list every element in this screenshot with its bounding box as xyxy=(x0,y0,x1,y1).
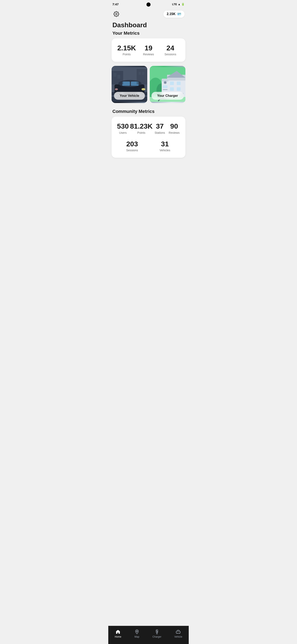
page-title: Dashboard xyxy=(108,20,189,30)
community-stations-value: 37 xyxy=(153,122,167,130)
your-metrics-grid: 2.15K Points 19 Reviews 24 Sessions xyxy=(116,44,181,56)
community-points-label: Points xyxy=(130,131,153,134)
nav-charger[interactable]: Charger xyxy=(149,629,165,638)
charger-nav-label: Charger xyxy=(152,635,161,638)
charger-card-label: Your Charger xyxy=(151,92,184,100)
svg-point-9 xyxy=(115,88,118,90)
community-vehicles-metric: 31 Vehicles xyxy=(148,140,181,152)
nav-map[interactable]: Map xyxy=(131,629,143,638)
points-badge[interactable]: 2.15K 🪪 xyxy=(163,10,185,18)
sessions-metric: 24 Sessions xyxy=(159,44,181,56)
home-icon xyxy=(115,629,121,634)
card-images-row: Your Vehicle xyxy=(108,66,189,103)
camera-notch xyxy=(146,2,151,6)
svg-rect-17 xyxy=(117,75,120,79)
community-reviews-label: Reviews xyxy=(167,131,181,134)
community-users-value: 530 xyxy=(116,122,130,130)
reviews-value: 19 xyxy=(138,44,159,52)
reviews-label: Reviews xyxy=(138,53,159,56)
header: 2.15K 🪪 xyxy=(108,8,189,20)
community-points-value: 81.23K xyxy=(130,122,153,130)
community-sessions-value: 203 xyxy=(116,140,148,148)
vehicle-nav-label: Vehicle xyxy=(174,635,182,638)
network-indicator: LTE xyxy=(172,3,177,6)
svg-rect-38 xyxy=(163,86,167,88)
community-users-metric: 530 Users xyxy=(116,122,130,134)
svg-rect-28 xyxy=(177,87,181,91)
vehicle-icon xyxy=(176,629,181,634)
sessions-label: Sessions xyxy=(159,53,181,56)
points-label: Points xyxy=(116,53,138,56)
community-sessions-metric: 203 Sessions xyxy=(116,140,148,152)
svg-rect-18 xyxy=(137,69,147,85)
vehicle-card-label: Your Vehicle xyxy=(114,92,145,100)
svg-rect-25 xyxy=(170,82,174,85)
svg-rect-26 xyxy=(177,82,181,85)
community-vehicles-label: Vehicles xyxy=(148,148,181,152)
your-metrics-card: 2.15K Points 19 Reviews 24 Sessions xyxy=(112,38,185,62)
points-metric: 2.15K Points xyxy=(116,44,138,56)
settings-button[interactable] xyxy=(112,10,120,18)
badge-points-value: 2.15K xyxy=(167,12,176,16)
community-metrics-card: 530 Users 81.23K Points 37 Stations 90 R… xyxy=(112,116,185,158)
community-metrics-title: Community Metrics xyxy=(108,108,189,116)
svg-rect-19 xyxy=(139,72,141,75)
svg-rect-27 xyxy=(170,87,174,91)
wallet-icon: 🪪 xyxy=(177,12,181,16)
svg-point-44 xyxy=(177,633,178,634)
map-nav-label: Map xyxy=(134,635,139,638)
svg-point-8 xyxy=(141,88,145,90)
nav-vehicle[interactable]: Vehicle xyxy=(171,629,186,638)
svg-point-37 xyxy=(164,82,166,83)
svg-point-41 xyxy=(136,631,138,632)
map-icon xyxy=(134,629,140,634)
battery-icon: 🔋 xyxy=(181,3,185,6)
svg-rect-6 xyxy=(122,82,130,86)
vehicle-card[interactable]: Your Vehicle xyxy=(112,66,147,103)
community-reviews-value: 90 xyxy=(167,122,181,130)
status-time: 7:47 xyxy=(112,2,119,6)
community-sessions-label: Sessions xyxy=(116,148,148,152)
home-nav-label: Home xyxy=(115,635,121,638)
community-reviews-metric: 90 Reviews xyxy=(167,122,181,134)
status-right: LTE ▲ 🔋 xyxy=(172,3,185,6)
svg-point-0 xyxy=(116,14,117,15)
nav-home[interactable]: Home xyxy=(111,629,125,638)
community-vehicles-value: 31 xyxy=(148,140,181,148)
svg-point-45 xyxy=(179,633,180,634)
signal-icon: ▲ xyxy=(178,3,180,6)
your-metrics-title: Your Metrics xyxy=(108,30,189,38)
charger-icon xyxy=(154,629,160,634)
svg-rect-39 xyxy=(163,90,167,90)
sessions-value: 24 xyxy=(159,44,181,52)
svg-rect-43 xyxy=(176,631,180,633)
svg-rect-16 xyxy=(113,73,116,77)
community-points-metric: 81.23K Points xyxy=(130,122,153,134)
community-stations-metric: 37 Stations xyxy=(153,122,167,134)
community-metrics-grid: 530 Users 81.23K Points 37 Stations 90 R… xyxy=(116,122,181,152)
community-users-label: Users xyxy=(116,131,130,134)
community-stations-label: Stations xyxy=(153,131,167,134)
bottom-nav: Home Map Charger xyxy=(108,626,189,644)
charger-card[interactable]: Your Charger xyxy=(150,66,185,103)
points-value: 2.15K xyxy=(116,44,138,52)
svg-rect-20 xyxy=(142,72,144,75)
reviews-metric: 19 Reviews xyxy=(138,44,159,56)
